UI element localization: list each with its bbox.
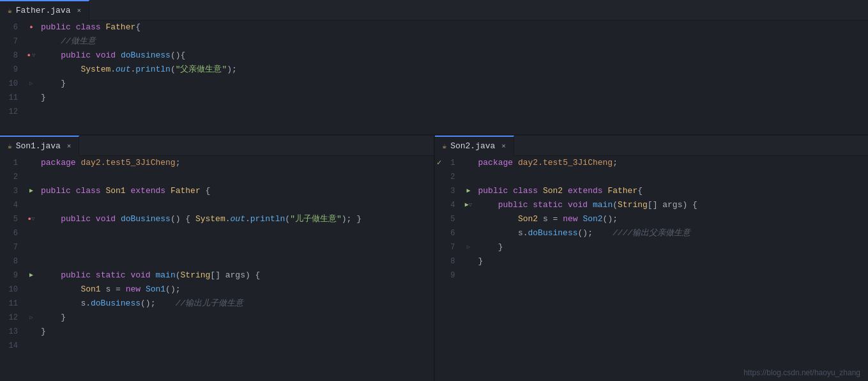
code-line: 8 ● ▽ public void doBusiness(){ <box>0 49 868 63</box>
editor-container: 6 ● public class Father{ 7 //做生意 8 ● ▽ p… <box>0 20 868 381</box>
code-line: 13 } <box>0 325 434 339</box>
fold-icon: ▽ <box>469 198 472 212</box>
close-tab-son2[interactable]: × <box>501 143 506 150</box>
code-line: 3 ▶ public class Son2 extends Father{ <box>435 184 869 198</box>
code-line: ✓ 1 package day2.test5_3JiCheng; <box>435 156 869 170</box>
code-line: 10 Son1 s = new Son1(); <box>0 283 434 297</box>
son2-pane: ☕ Son2.java × ✓ 1 package day2.test5_3Ji… <box>434 136 869 381</box>
fold-icon: ▽ <box>31 212 34 226</box>
java-icon-son2: ☕ <box>443 142 447 150</box>
checkmark-icon: ✓ <box>437 156 441 170</box>
code-line: 7 //做生意 <box>0 35 868 49</box>
code-line: 14 <box>0 339 434 353</box>
code-line: 6 s.doBusiness(); ////输出父亲做生意 <box>435 226 869 240</box>
top-tab-bar: ☕ Father.java × <box>0 0 868 20</box>
tab-son1-java[interactable]: ☕ Son1.java × <box>0 136 79 156</box>
run-icon: ▶ <box>29 268 33 283</box>
fold-icon: ▷ <box>467 240 470 254</box>
code-line: 7 <box>0 240 434 254</box>
code-line: 12 <box>0 105 868 119</box>
code-line: 8 } <box>435 254 869 268</box>
code-line: 11 s.doBusiness(); //输出儿子做生意 <box>0 297 434 311</box>
code-line: 4 <box>0 198 434 212</box>
java-icon-son1: ☕ <box>8 142 12 150</box>
fold-icon: ▷ <box>29 77 33 91</box>
tab-father-java[interactable]: ☕ Father.java × <box>0 0 89 20</box>
code-line: 8 <box>0 254 434 268</box>
fold-icon: ▷ <box>29 311 33 325</box>
code-line: 10 ▷ } <box>0 77 868 91</box>
close-tab-father[interactable]: × <box>77 7 81 15</box>
code-line: 1 package day2.test5_3JiCheng; <box>0 156 434 170</box>
breakpoint-dot: ● <box>27 49 31 63</box>
code-line: 9 ▶ public static void main(String[] arg… <box>0 268 434 283</box>
tab-son2-java[interactable]: ☕ Son2.java × <box>435 136 514 156</box>
code-line: 5 ● ▽ public void doBusiness() { System.… <box>0 212 434 226</box>
close-tab-son1[interactable]: × <box>67 143 72 150</box>
run-icon: ▶ <box>466 184 470 198</box>
son2-code-area: ✓ 1 package day2.test5_3JiCheng; 2 3 ▶ p… <box>435 156 869 283</box>
son1-code-area: 1 package day2.test5_3JiCheng; 2 3 ▶ pub… <box>0 156 434 353</box>
java-icon: ☕ <box>8 6 12 15</box>
watermark: https://blog.csdn.net/haoyu_zhang <box>743 368 860 377</box>
run-icon: ▶ <box>29 184 33 198</box>
fold-icon: ▽ <box>32 49 35 63</box>
father-code-area: 6 ● public class Father{ 7 //做生意 8 ● ▽ p… <box>0 20 868 119</box>
father-editor: 6 ● public class Father{ 7 //做生意 8 ● ▽ p… <box>0 20 868 136</box>
tab-son2-label: Son2.java <box>450 141 495 151</box>
tab-father-label: Father.java <box>16 6 71 15</box>
code-line: 11 } <box>0 91 868 105</box>
son1-pane: ☕ Son1.java × 1 package day2.test5_3JiCh… <box>0 136 434 381</box>
son2-tab-bar: ☕ Son2.java × <box>435 136 869 156</box>
code-line: 6 <box>0 226 434 240</box>
code-line: 7 ▷ } <box>435 240 869 254</box>
breakpoint-dot: ● <box>29 20 33 35</box>
code-line: 12 ▷ } <box>0 311 434 325</box>
code-line: 2 <box>435 170 869 184</box>
code-line: 9 System.out.println("父亲做生意"); <box>0 63 868 77</box>
tab-son1-label: Son1.java <box>16 141 61 151</box>
code-line: 3 ▶ public class Son1 extends Father { <box>0 184 434 198</box>
code-line: 2 <box>0 170 434 184</box>
son1-tab-bar: ☕ Son1.java × <box>0 136 434 156</box>
code-line: 4 ▶ ▽ public static void main(String[] a… <box>435 198 869 212</box>
code-line: 9 <box>435 268 869 283</box>
code-line: 5 Son2 s = new Son2(); <box>435 212 869 226</box>
code-line: 6 ● public class Father{ <box>0 20 868 35</box>
bottom-editors: ☕ Son1.java × 1 package day2.test5_3JiCh… <box>0 136 868 381</box>
